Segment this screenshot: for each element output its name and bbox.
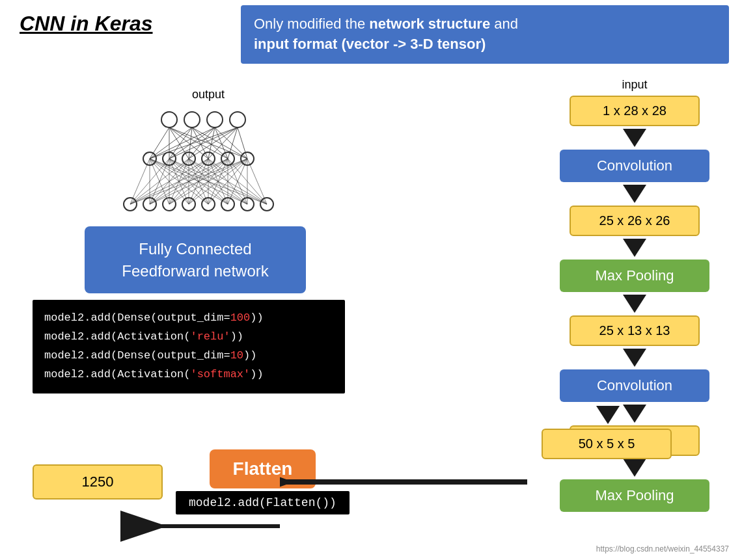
svg-line-71	[169, 159, 267, 204]
pool1-box: Max Pooling	[560, 260, 709, 292]
svg-line-28	[130, 159, 150, 204]
dim-1250-container: 1250	[33, 464, 163, 500]
arrow-3	[623, 239, 646, 257]
big-arrow-svg	[280, 466, 527, 498]
svg-line-13	[189, 127, 192, 159]
big-left-arrow-container	[280, 466, 527, 498]
dim-50x5x5: 50 x 5 x 5	[542, 429, 672, 459]
dim-1: 25 x 26 x 26	[570, 206, 700, 236]
output-label: output	[59, 88, 358, 101]
fc-line1: Fully Connected	[139, 240, 251, 258]
svg-line-22	[215, 127, 228, 159]
arrow-6	[623, 405, 646, 423]
code-line-1: model2.add(Dense(output_dim=100))	[44, 309, 333, 328]
arrow-2	[623, 185, 646, 203]
svg-line-20	[169, 127, 228, 159]
banner-text-plain: Only modified the	[254, 16, 369, 32]
fc-line2: Feedforward network	[122, 262, 268, 280]
svg-point-0	[161, 112, 177, 127]
code-line-2: model2.add(Activation('relu'))	[44, 328, 333, 347]
svg-line-73	[208, 159, 267, 204]
code-block: model2.add(Dense(output_dim=100)) model2…	[33, 300, 345, 393]
page-title: CNN in Keras	[20, 12, 153, 36]
arrow-4	[623, 295, 646, 313]
code-line-4: model2.add(Activation('softmax'))	[44, 366, 333, 384]
svg-line-18	[208, 127, 215, 159]
banner-bold1: network structure	[369, 16, 490, 32]
conv1-box: Convolution	[560, 150, 709, 182]
code-line-3: model2.add(Dense(output_dim=10))	[44, 347, 333, 366]
nn-svg	[91, 107, 299, 224]
svg-line-75	[247, 159, 267, 204]
neural-network-diagram	[33, 107, 358, 226]
banner-bold2: input format (vector -> 3-D tensor)	[254, 36, 486, 52]
dim-4-box: 50 x 5 x 5	[542, 429, 672, 459]
svg-point-1	[184, 112, 200, 127]
left-network-section: output	[33, 88, 358, 393]
arrow-to-bottom	[596, 403, 620, 427]
banner-text-middle: and	[490, 16, 518, 32]
dim-input: 1 x 28 x 28	[570, 96, 700, 126]
info-banner: Only modified the network structure and …	[241, 5, 729, 64]
conv2-box: Convolution	[560, 369, 709, 402]
arrow-1	[623, 129, 646, 147]
dim-2: 25 x 13 x 13	[570, 315, 700, 346]
input-label: input	[622, 78, 647, 92]
arrow-5	[623, 349, 646, 367]
watermark: https://blog.csdn.net/weixin_44554337	[596, 544, 729, 553]
svg-point-2	[207, 112, 223, 127]
dim-1250-box: 1250	[33, 464, 163, 500]
fc-network-box: Fully Connected Feedforward network	[85, 226, 306, 293]
svg-point-3	[230, 112, 245, 127]
